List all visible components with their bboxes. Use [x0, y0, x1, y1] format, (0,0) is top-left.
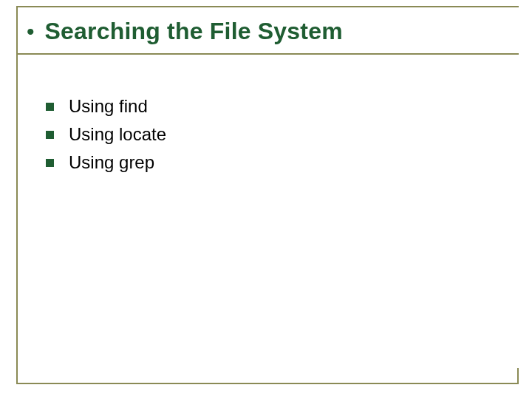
list-item-label: Using locate [69, 124, 166, 145]
slide-title: Searching the File System [45, 18, 343, 45]
list-item-label: Using find [69, 96, 148, 117]
title-row: • Searching the File System [27, 18, 343, 45]
frame-left [16, 6, 18, 383]
slide: • Searching the File System Using find U… [0, 0, 532, 399]
list-item-label: Using grep [69, 152, 154, 173]
list-item: Using find [46, 96, 166, 117]
frame-bottom [16, 383, 519, 384]
bullet-disc-icon: • [27, 21, 35, 43]
frame-right-stub [517, 368, 519, 384]
list-item: Using grep [46, 152, 166, 173]
square-bullet-icon [46, 159, 54, 167]
list-item: Using locate [46, 124, 166, 145]
square-bullet-icon [46, 131, 54, 139]
square-bullet-icon [46, 103, 54, 111]
title-underline [16, 53, 519, 55]
top-rule [16, 6, 519, 7]
body-list: Using find Using locate Using grep [46, 96, 166, 180]
